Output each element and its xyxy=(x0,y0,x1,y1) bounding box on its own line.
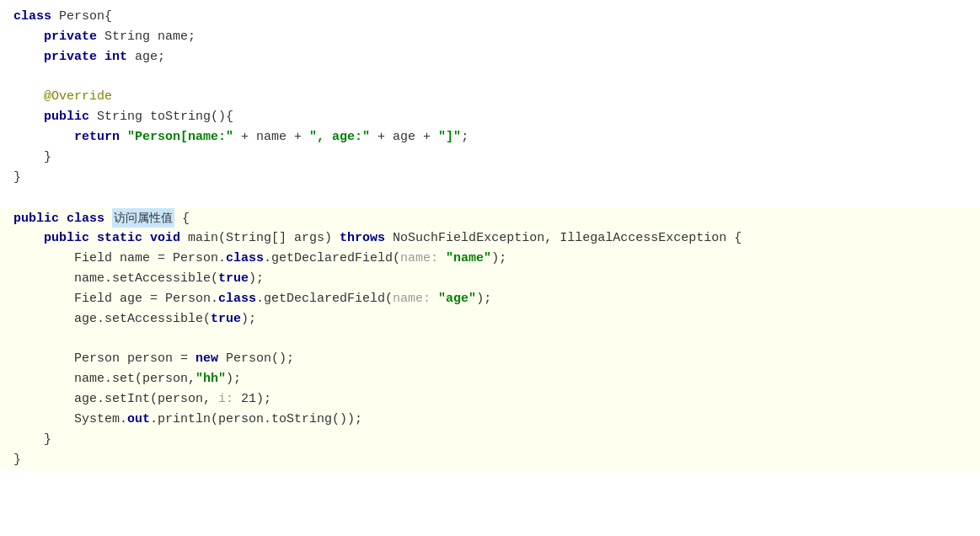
code-text20: age.setInt(person, xyxy=(74,389,218,409)
code-line-9: } xyxy=(0,168,980,188)
code-text13: ); xyxy=(476,289,491,308)
indent xyxy=(13,27,44,46)
indent10 xyxy=(13,430,44,449)
keyword-true: true xyxy=(218,269,249,288)
code-line-14: name.setAccessible(true); xyxy=(0,269,980,289)
code-line-21: System.out.println(person.toString()); xyxy=(0,410,980,430)
annotation-override: @Override xyxy=(44,87,112,106)
string-age: ", age:" xyxy=(309,127,370,147)
indent4 xyxy=(13,289,74,308)
keyword-public: public xyxy=(44,107,97,126)
indent xyxy=(13,228,44,248)
code-text14: age.setAccessible( xyxy=(74,309,211,329)
string-age-val: "age" xyxy=(438,289,476,308)
code-text9: name.setAccessible( xyxy=(74,269,218,288)
code-text10: ); xyxy=(249,269,264,288)
keyword-public2: public xyxy=(13,209,67,228)
code-text23: .println(person.toString()); xyxy=(150,410,362,429)
indent8 xyxy=(13,389,74,409)
keyword-static: static xyxy=(97,228,150,248)
code-text: String name; xyxy=(104,27,195,46)
code-text: age; xyxy=(135,47,165,67)
keyword-class3: class xyxy=(226,249,264,268)
brace-close4: } xyxy=(13,450,21,469)
chinese-class-name: 访问属性值 xyxy=(112,208,174,228)
code-line-11: public class 访问属性值 { xyxy=(0,208,980,228)
keyword-new: new xyxy=(195,349,226,368)
keyword-throws: throws xyxy=(340,228,393,248)
code-text15: ); xyxy=(241,309,256,329)
indent5 xyxy=(13,309,74,329)
keyword-void: void xyxy=(150,228,188,248)
code-line-20: age.setInt(person, i: 21); xyxy=(0,389,980,410)
brace-close2: } xyxy=(13,168,21,187)
code-text4: main(String[] args) xyxy=(188,228,340,248)
code-line-15: Field age = Person.class.getDeclaredFiel… xyxy=(0,289,980,309)
code-line-5: @Override xyxy=(0,87,980,107)
code-text2: + age + xyxy=(370,127,438,147)
code-line-22: } xyxy=(0,430,980,450)
code-text16: Person person = xyxy=(74,349,195,368)
string-hh: "hh" xyxy=(195,369,226,389)
indent xyxy=(13,147,44,167)
keyword-int: int xyxy=(104,47,135,67)
keyword-return: return xyxy=(74,127,127,147)
code-text22: System. xyxy=(74,410,127,429)
param-hint-name: name: xyxy=(400,249,446,268)
string-name-val: "name" xyxy=(446,249,491,268)
code-text5: NoSuchFieldException, IllegalAccessExcep… xyxy=(393,228,742,248)
code-line-7: return "Person[name:" + name + ", age:" … xyxy=(0,127,980,147)
indent xyxy=(13,47,44,67)
string-bracket: "]" xyxy=(438,127,461,147)
code-line-18: Person person = new Person(); xyxy=(0,349,980,369)
semicolon: ; xyxy=(461,127,469,147)
indent xyxy=(13,127,74,147)
code-text8: ); xyxy=(491,249,506,268)
indent3 xyxy=(13,269,74,288)
code-text12: .getDeclaredField( xyxy=(256,289,393,308)
indent6 xyxy=(13,349,74,368)
param-hint-i: i: xyxy=(218,389,241,409)
indent xyxy=(13,107,44,126)
string-person: "Person[name:" xyxy=(127,127,233,147)
indent7 xyxy=(13,369,74,389)
code-line-empty2 xyxy=(0,188,980,207)
code-text: Person{ xyxy=(59,7,112,26)
code-text: + name + xyxy=(233,127,309,147)
code-line-8: } xyxy=(0,147,980,168)
code-line-23: } xyxy=(0,450,980,470)
indent xyxy=(13,87,44,106)
code-text: String toString(){ xyxy=(97,107,233,126)
code-editor: class Person{ private String name; priva… xyxy=(0,0,980,536)
brace-close3: } xyxy=(44,430,51,449)
code-line-1: class Person{ xyxy=(0,7,980,27)
keyword-out: out xyxy=(127,410,150,429)
code-text11: Field age = Person. xyxy=(74,289,218,308)
code-line-19: name.set(person,"hh"); xyxy=(0,369,980,389)
keyword-true2: true xyxy=(211,309,241,329)
keyword-private2: private xyxy=(44,47,104,67)
code-line-empty1 xyxy=(0,67,980,87)
code-line-empty3 xyxy=(0,330,980,349)
brace-close: } xyxy=(44,147,51,167)
code-line-12: public static void main(String[] args) t… xyxy=(0,228,980,249)
code-text19: ); xyxy=(226,369,241,389)
keyword-private: private xyxy=(44,27,104,46)
code-text3: { xyxy=(174,209,190,228)
code-line-2: private String name; xyxy=(0,27,980,47)
indent9 xyxy=(13,410,74,429)
code-text18: name.set(person, xyxy=(74,369,195,389)
code-text6: Field name = Person. xyxy=(74,249,226,268)
keyword-class: class xyxy=(13,7,59,26)
keyword-public3: public xyxy=(44,228,97,248)
param-hint-name2: name: xyxy=(393,289,438,308)
indent2 xyxy=(13,249,74,268)
code-line-13: Field name = Person.class.getDeclaredFie… xyxy=(0,249,980,269)
code-text21: 21); xyxy=(241,389,271,409)
code-text7: .getDeclaredField( xyxy=(264,249,400,268)
code-text17: Person(); xyxy=(226,349,294,368)
keyword-class4: class xyxy=(218,289,256,308)
keyword-class2: class xyxy=(67,209,112,228)
code-line-3: private int age; xyxy=(0,47,980,67)
code-line-16: age.setAccessible(true); xyxy=(0,309,980,330)
